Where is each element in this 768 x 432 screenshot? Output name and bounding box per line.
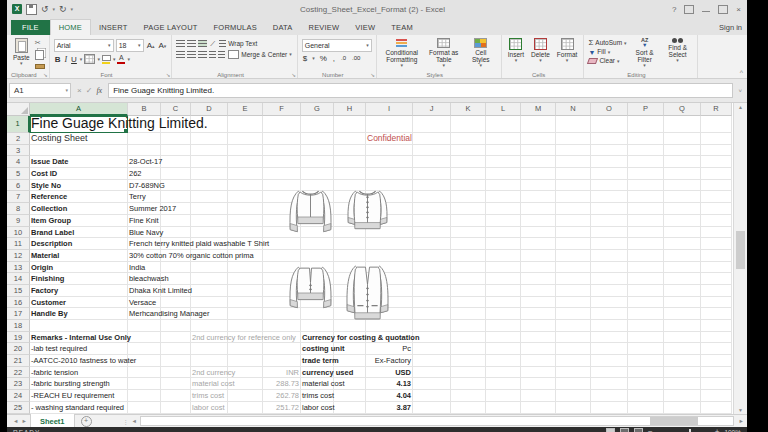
cell-P7[interactable] — [628, 191, 664, 203]
cell-E4[interactable] — [228, 156, 263, 168]
cell-Q16[interactable] — [664, 297, 701, 309]
cell-L23[interactable] — [486, 378, 521, 390]
font-size-combo[interactable]: 18 ▾ — [116, 39, 144, 52]
cell-N24[interactable] — [556, 390, 591, 402]
wrap-text-button[interactable]: Wrap Text — [218, 39, 258, 48]
cell-G3[interactable] — [301, 145, 334, 157]
zoom-slider-thumb[interactable] — [689, 429, 691, 432]
cell-H8[interactable] — [334, 203, 366, 215]
cell-I17[interactable] — [366, 308, 413, 320]
cell-Q24[interactable] — [664, 390, 701, 402]
cell-G1[interactable] — [301, 116, 334, 133]
paste-button[interactable]: Paste ▾ — [11, 37, 32, 69]
cell-Q15[interactable] — [664, 285, 701, 297]
decrease-indent-icon[interactable] — [209, 51, 216, 58]
cell-C6[interactable] — [161, 180, 191, 192]
cell-O11[interactable] — [591, 238, 628, 250]
cell-H24[interactable] — [334, 390, 366, 402]
scroll-down-icon[interactable]: ▼ — [734, 407, 747, 413]
cell-K1[interactable] — [451, 116, 486, 133]
cell-L9[interactable] — [486, 215, 521, 227]
cell-I5[interactable] — [366, 168, 413, 180]
cell-D5[interactable] — [191, 168, 228, 180]
sheet-nav-left-icon[interactable]: ◄ — [13, 418, 18, 424]
row-header-24[interactable]: 24 — [7, 390, 30, 402]
collapse-ribbon-icon[interactable]: ^ — [740, 69, 743, 76]
save-icon[interactable] — [26, 4, 37, 15]
cell-R14[interactable] — [701, 273, 732, 285]
borders-button[interactable] — [84, 54, 95, 64]
merge-center-button[interactable]: Merge & Center ▾ — [227, 50, 292, 59]
cell-K20[interactable] — [451, 343, 486, 355]
cell-R15[interactable] — [701, 285, 732, 297]
cell-A19[interactable]: Remarks - Internal Use Only — [30, 332, 128, 344]
cell-K17[interactable] — [451, 308, 486, 320]
cell-J12[interactable] — [413, 250, 451, 262]
align-center-icon[interactable] — [187, 51, 196, 58]
cell-I12[interactable] — [366, 250, 413, 262]
cell-K4[interactable] — [451, 156, 486, 168]
cell-K7[interactable] — [451, 191, 486, 203]
cell-N16[interactable] — [556, 297, 591, 309]
cell-M21[interactable] — [521, 355, 556, 367]
select-all-corner[interactable] — [7, 103, 30, 116]
cell-C22[interactable] — [161, 367, 191, 379]
row-header-15[interactable]: 15 — [7, 285, 30, 297]
cell-R8[interactable] — [701, 203, 732, 215]
cell-I18[interactable] — [366, 320, 413, 332]
cell-A11[interactable]: Description — [30, 238, 128, 250]
cell-A17[interactable]: Handle By — [30, 308, 128, 320]
cell-D4[interactable] — [191, 156, 228, 168]
cell-O20[interactable] — [591, 343, 628, 355]
restore-button[interactable] — [718, 5, 728, 14]
cell-M15[interactable] — [521, 285, 556, 297]
cell-Q2[interactable] — [664, 133, 701, 145]
decrease-font-button[interactable]: A▾ — [157, 41, 167, 50]
cell-L4[interactable] — [486, 156, 521, 168]
cell-K16[interactable] — [451, 297, 486, 309]
cell-K23[interactable] — [451, 378, 486, 390]
cell-N10[interactable] — [556, 227, 591, 239]
alignment-dialog-launcher-icon[interactable]: ↘ — [291, 72, 296, 78]
row-header-2[interactable]: 2 — [7, 133, 30, 145]
zoom-level[interactable]: 100% — [724, 429, 741, 432]
cell-J22[interactable] — [413, 367, 451, 379]
cell-J8[interactable] — [413, 203, 451, 215]
cell-C18[interactable] — [161, 320, 191, 332]
cell-K2[interactable] — [451, 133, 486, 145]
cell-K3[interactable] — [451, 145, 486, 157]
cell-I24[interactable]: 4.04 — [366, 390, 413, 402]
cell-N12[interactable] — [556, 250, 591, 262]
column-header-G[interactable]: G — [301, 103, 334, 116]
sign-in-link[interactable]: Sign in — [714, 20, 747, 35]
row-header-20[interactable]: 20 — [7, 343, 30, 355]
cell-O4[interactable] — [591, 156, 628, 168]
name-box[interactable]: A1 ▾ — [9, 83, 71, 98]
cell-L7[interactable] — [486, 191, 521, 203]
cell-G23[interactable]: material cost — [301, 378, 334, 390]
page-layout-view-icon[interactable] — [620, 428, 629, 432]
insert-cells-button[interactable]: Insert ▾ — [506, 37, 526, 69]
cell-H2[interactable] — [334, 133, 366, 145]
tab-view[interactable]: VIEW — [347, 20, 383, 35]
cell-A25[interactable]: - washing standard required — [30, 402, 128, 414]
format-painter-button[interactable] — [35, 64, 45, 69]
row-header-11[interactable]: 11 — [7, 238, 30, 250]
cell-O23[interactable] — [591, 378, 628, 390]
cell-D7[interactable] — [191, 191, 228, 203]
row-header-1[interactable]: 1 — [7, 116, 30, 133]
cell-C23[interactable] — [161, 378, 191, 390]
increase-indent-icon[interactable] — [218, 51, 225, 58]
align-right-icon[interactable] — [198, 51, 207, 58]
number-dialog-launcher-icon[interactable]: ↘ — [370, 72, 375, 78]
cell-B18[interactable] — [128, 320, 161, 332]
cell-A20[interactable]: -lab test required — [30, 343, 128, 355]
cell-M18[interactable] — [521, 320, 556, 332]
cell-L3[interactable] — [486, 145, 521, 157]
cell-E20[interactable] — [228, 343, 263, 355]
cell-E2[interactable] — [228, 133, 263, 145]
cell-P6[interactable] — [628, 180, 664, 192]
cell-E17[interactable] — [228, 308, 263, 320]
cell-D8[interactable] — [191, 203, 228, 215]
column-header-N[interactable]: N — [556, 103, 591, 116]
